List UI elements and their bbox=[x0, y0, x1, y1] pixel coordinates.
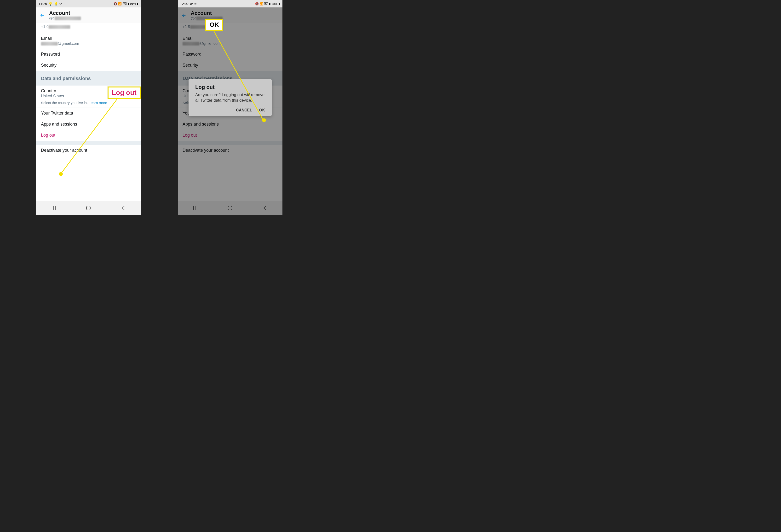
bulb-icon: 💡 bbox=[54, 2, 58, 6]
page-header: Account @c bbox=[36, 7, 141, 23]
row-security[interactable]: Security bbox=[36, 60, 141, 71]
android-nav-bar bbox=[36, 201, 141, 215]
mute-icon: 🔇 bbox=[114, 2, 117, 5]
status-bar: 12:02 ⟳ ▭ 🔇 📶 4G ▮ 88% ▮ bbox=[178, 0, 282, 7]
email-value: @gmail.com bbox=[41, 41, 136, 46]
phone-screenshot-left: 11:25 💡 💡 ⟳ • 🔇 📶 4G ▮ 91% ▮ Account bbox=[36, 0, 141, 215]
refresh-icon: ⟳ bbox=[190, 2, 193, 6]
dialog-log-out: Log out Are you sure? Logging out will r… bbox=[189, 79, 272, 116]
network-label: 4G bbox=[123, 2, 126, 5]
annotation-callout-ok: OK bbox=[205, 19, 223, 31]
battery-percent: 91% bbox=[130, 2, 136, 5]
phone-value: +1 9 bbox=[41, 25, 136, 29]
email-label: Email bbox=[41, 36, 136, 41]
row-email[interactable]: Email @gmail.com bbox=[36, 33, 141, 49]
bulb-icon: 💡 bbox=[48, 2, 52, 6]
annotation-dot bbox=[262, 118, 266, 122]
section-data-permissions: Data and permissions bbox=[36, 71, 141, 86]
dialog-ok-button[interactable]: OK bbox=[259, 108, 265, 112]
row-apps-sessions[interactable]: Apps and sessions bbox=[36, 119, 141, 130]
dialog-title: Log out bbox=[195, 84, 265, 90]
svg-rect-0 bbox=[86, 206, 90, 210]
row-phone-number[interactable]: +1 9 bbox=[36, 23, 141, 33]
dot-icon: • bbox=[64, 3, 65, 5]
dialog-cancel-button[interactable]: CANCEL bbox=[236, 108, 252, 112]
annotation-dot bbox=[59, 172, 63, 176]
battery-icon: ▮ bbox=[278, 2, 280, 5]
row-log-out[interactable]: Log out bbox=[36, 130, 141, 141]
row-deactivate-account[interactable]: Deactivate your account bbox=[36, 145, 141, 156]
back-icon[interactable] bbox=[121, 205, 126, 211]
status-time: 12:02 bbox=[180, 2, 189, 6]
dialog-body: Are you sure? Logging out will remove al… bbox=[195, 92, 265, 103]
wifi-icon: 📶 bbox=[260, 2, 263, 5]
row-your-twitter-data[interactable]: Your Twitter data bbox=[36, 108, 141, 119]
battery-percent: 88% bbox=[272, 2, 278, 5]
account-handle: @c bbox=[49, 16, 81, 21]
annotation-callout-logout: Log out bbox=[108, 86, 141, 99]
battery-icon: ▮ bbox=[137, 2, 138, 5]
learn-more-link[interactable]: Learn more bbox=[89, 100, 107, 105]
recents-icon[interactable] bbox=[51, 205, 56, 211]
battery-mini-icon: ▭ bbox=[194, 2, 197, 5]
refresh-icon: ⟳ bbox=[59, 2, 62, 6]
spacer bbox=[36, 141, 141, 145]
back-arrow-icon[interactable] bbox=[40, 13, 49, 18]
signal-icon: ▮ bbox=[269, 2, 271, 5]
wifi-icon: 📶 bbox=[118, 2, 122, 5]
phone-screenshot-right: 12:02 ⟳ ▭ 🔇 📶 4G ▮ 88% ▮ Account @c bbox=[178, 0, 282, 215]
signal-icon: ▮ bbox=[127, 2, 129, 5]
home-icon[interactable] bbox=[86, 205, 91, 211]
mute-icon: 🔇 bbox=[255, 2, 259, 5]
row-password[interactable]: Password bbox=[36, 49, 141, 60]
status-bar: 11:25 💡 💡 ⟳ • 🔇 📶 4G ▮ 91% ▮ bbox=[36, 0, 141, 7]
page-title: Account bbox=[49, 10, 81, 16]
status-time: 11:25 bbox=[39, 2, 47, 6]
network-label: 4G bbox=[264, 2, 268, 5]
